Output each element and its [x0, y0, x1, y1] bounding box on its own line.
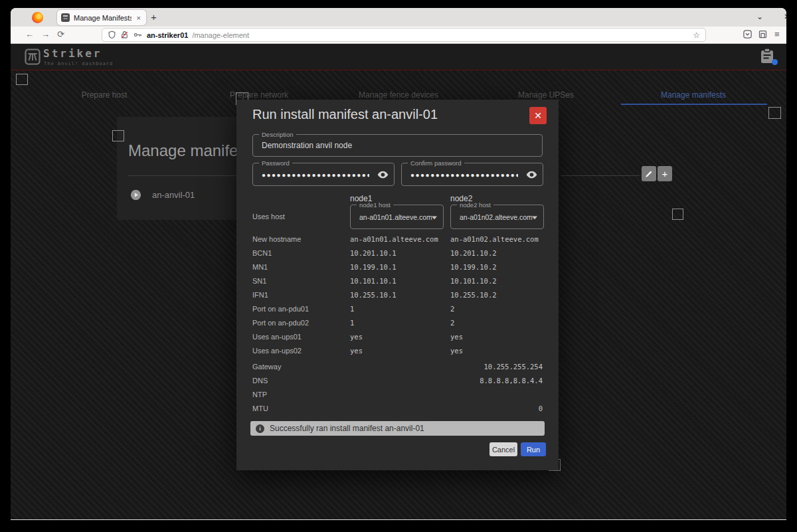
- manifest-name: an-anvil-01: [152, 190, 195, 200]
- cancel-button[interactable]: Cancel: [489, 442, 517, 456]
- list-tabs-icon[interactable]: ⌄: [756, 12, 763, 21]
- active-tab-underline: [621, 104, 767, 105]
- row-label: IFN1: [252, 291, 268, 299]
- node2-host-select[interactable]: node2 host an-a01n02.alteeve.com: [450, 205, 544, 229]
- row-label: New hostname: [252, 235, 301, 243]
- striker-logo-icon: [25, 48, 41, 65]
- app-subtitle: The Anvil! dashboard: [44, 61, 113, 66]
- tab-manage-fence-devices[interactable]: Manage fence devices: [359, 90, 438, 100]
- browser-tab-active[interactable]: Manage Manifests ×: [57, 10, 146, 25]
- shield-permissions-icon[interactable]: [108, 31, 116, 39]
- node2-value: an-a01n02.alteeve.com: [450, 235, 539, 243]
- marker-square: [112, 130, 124, 141]
- node2-value: 2: [450, 319, 454, 327]
- table-row: Port on an-pdu0112: [236, 302, 559, 316]
- success-message-text: Successfully ran install manifest an-anv…: [270, 424, 424, 433]
- close-dialog-button[interactable]: ✕: [529, 107, 547, 124]
- row-label: NTP: [252, 391, 267, 399]
- back-button[interactable]: ←: [25, 29, 34, 39]
- node1-value: 10.101.10.1: [350, 277, 397, 285]
- table-row: NTP: [236, 388, 559, 402]
- run-button[interactable]: Run: [521, 442, 546, 456]
- row-label: SN1: [252, 277, 266, 285]
- table-row: SN110.101.10.110.101.10.2: [236, 274, 559, 288]
- row-label: BCN1: [252, 249, 272, 257]
- run-install-manifest-dialog: Run install manifest an-anvil-01 ✕ Descr…: [236, 100, 559, 470]
- tasks-clipboard-button[interactable]: [760, 48, 778, 66]
- chevron-down-icon: [532, 216, 537, 219]
- tab-close-icon[interactable]: ×: [135, 14, 142, 22]
- new-tab-button[interactable]: +: [151, 11, 157, 23]
- node1-host-label: node1 host: [357, 201, 393, 209]
- table-row: MTU0: [236, 402, 559, 416]
- window-close-icon[interactable]: ✕: [784, 12, 786, 21]
- striker-page: Striker The Anvil! dashboard Prepare hos…: [11, 44, 786, 519]
- reload-button[interactable]: ⟳: [57, 29, 64, 39]
- info-icon: i: [256, 424, 264, 433]
- tab-manage-manifests[interactable]: Manage manifests: [661, 90, 726, 100]
- password-label: Password: [259, 159, 292, 167]
- marker-square: [768, 107, 781, 119]
- show-password-icon[interactable]: [526, 170, 537, 179]
- insecure-lock-icon[interactable]: [120, 31, 129, 39]
- description-label: Description: [259, 131, 296, 138]
- node2-value: 2: [450, 305, 454, 313]
- row-label: MTU: [252, 404, 268, 412]
- confirm-password-label: Confirm password: [408, 159, 464, 167]
- marker-square: [672, 209, 683, 220]
- app-header: Striker The Anvil! dashboard: [11, 44, 786, 70]
- description-field[interactable]: Description Demonstration anvil node: [252, 134, 543, 157]
- node1-value: 1: [350, 305, 354, 313]
- row-value: 0: [539, 404, 543, 412]
- pencil-icon: [645, 169, 654, 178]
- node2-host-value: an-a01n02.alteeve.com: [460, 213, 533, 221]
- description-value: Demonstration anvil node: [262, 141, 352, 150]
- node2-value: 10.101.10.2: [450, 277, 497, 285]
- table-row: Uses an-ups01yesyes: [236, 330, 559, 344]
- panel-divider-extension: [561, 175, 640, 176]
- key-icon[interactable]: [133, 31, 143, 39]
- show-password-icon[interactable]: [377, 170, 389, 179]
- chevron-down-icon: [432, 216, 437, 219]
- table-row: BCN110.201.10.110.201.10.2: [236, 246, 559, 260]
- site-favicon-icon: [61, 13, 70, 22]
- table-row: MN110.199.10.110.199.10.2: [236, 260, 559, 274]
- node1-host-select[interactable]: node1 host an-a01n01.alteeve.com: [350, 205, 444, 229]
- run-play-icon[interactable]: [130, 189, 141, 201]
- node2-value: 10.255.10.2: [450, 291, 497, 299]
- node1-value: 1: [350, 319, 354, 327]
- node2-value: yes: [450, 347, 463, 355]
- row-label: Port on an-pdu02: [252, 319, 309, 327]
- node1-value: an-a01n01.alteeve.com: [350, 235, 438, 243]
- node2-value: 10.199.10.2: [450, 263, 497, 271]
- account-icon[interactable]: [743, 29, 753, 39]
- manifest-list-item[interactable]: an-anvil-01: [130, 189, 195, 201]
- node1-value: 10.201.10.1: [350, 249, 397, 257]
- bookmark-star-icon[interactable]: ☆: [693, 31, 700, 40]
- confirm-password-field[interactable]: Confirm password ●●●●●●●●●●●●●●●●●●●●●●: [401, 163, 543, 186]
- row-label: Uses an-ups01: [252, 333, 302, 341]
- table-row: Gateway10.255.255.254: [236, 360, 559, 374]
- table-row: New hostnamean-a01n01.alteeve.coman-a01n…: [236, 232, 559, 246]
- marker-square: [16, 74, 28, 85]
- tab-prepare-host[interactable]: Prepare host: [82, 90, 128, 100]
- menu-icon[interactable]: ≡: [774, 29, 780, 39]
- forward-button[interactable]: →: [41, 29, 50, 39]
- row-label: MN1: [252, 263, 268, 271]
- node1-host-value: an-a01n01.alteeve.com: [359, 213, 432, 221]
- node1-value: yes: [350, 347, 363, 355]
- uses-host-label: Uses host: [252, 213, 285, 221]
- row-label: Uses an-ups02: [252, 347, 302, 355]
- add-manifest-button[interactable]: +: [658, 166, 672, 181]
- node1-value: 10.255.10.1: [350, 291, 397, 299]
- confirm-password-value: ●●●●●●●●●●●●●●●●●●●●●●: [410, 171, 518, 178]
- edit-manifest-button[interactable]: [642, 166, 656, 181]
- firefox-icon[interactable]: [32, 12, 43, 23]
- save-page-icon[interactable]: [758, 29, 768, 39]
- node2-value: yes: [450, 333, 463, 341]
- url-bar[interactable]: an-striker01 /manage-element ☆: [102, 28, 706, 42]
- tab-manage-upses[interactable]: Manage UPSes: [518, 90, 574, 100]
- url-host: an-striker01: [147, 31, 188, 39]
- password-value: ●●●●●●●●●●●●●●●●●●●●●●: [262, 171, 369, 178]
- password-field[interactable]: Password ●●●●●●●●●●●●●●●●●●●●●●: [252, 163, 395, 186]
